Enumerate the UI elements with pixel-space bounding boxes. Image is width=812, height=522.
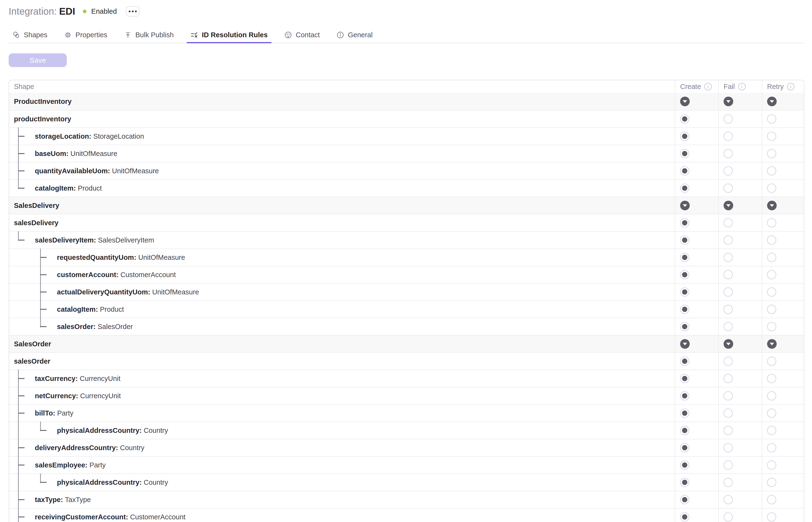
- create-radio-selected[interactable]: [680, 357, 689, 366]
- upload-icon: [124, 31, 132, 39]
- retry-radio-unselected[interactable]: [767, 408, 776, 418]
- tree-line: [18, 508, 19, 522]
- tab-id-resolution-rules[interactable]: ID Resolution Rules: [187, 27, 271, 43]
- create-radio-selected[interactable]: [680, 322, 689, 331]
- retry-info-icon[interactable]: i: [787, 83, 794, 91]
- retry-radio-unselected[interactable]: [767, 391, 776, 400]
- shape-field-row: quantityAvailableUom: UnitOfMeasure: [9, 162, 804, 179]
- fail-info-icon[interactable]: i: [738, 83, 746, 91]
- collapse-toggle-fail[interactable]: [724, 201, 733, 210]
- create-radio-selected[interactable]: [680, 374, 689, 383]
- fail-radio-unselected[interactable]: [724, 236, 733, 245]
- tab-contact[interactable]: Contact: [280, 27, 324, 43]
- tab-bulk-publish[interactable]: Bulk Publish: [120, 27, 178, 43]
- column-header-create: Create i: [675, 80, 718, 93]
- fail-radio-unselected[interactable]: [724, 443, 733, 452]
- fail-radio-unselected[interactable]: [724, 495, 733, 504]
- fail-radio-unselected[interactable]: [724, 270, 733, 279]
- fail-radio-unselected[interactable]: [724, 322, 733, 331]
- create-radio-selected[interactable]: [680, 443, 689, 452]
- create-radio-selected[interactable]: [680, 305, 689, 314]
- create-radio-selected[interactable]: [680, 287, 689, 297]
- fail-radio-unselected[interactable]: [724, 357, 733, 366]
- create-cell: [675, 387, 718, 404]
- group-label: SalesDelivery: [9, 202, 59, 209]
- field-type: UnitOfMeasure: [112, 167, 159, 175]
- tree-dash: [40, 257, 47, 258]
- retry-radio-unselected[interactable]: [767, 132, 776, 141]
- field-label: salesDelivery: [9, 219, 58, 227]
- create-radio-selected[interactable]: [680, 460, 689, 469]
- fail-radio-unselected[interactable]: [724, 114, 733, 123]
- save-button[interactable]: Save: [9, 53, 67, 67]
- retry-radio-unselected[interactable]: [767, 184, 776, 193]
- retry-radio-unselected[interactable]: [767, 460, 776, 469]
- create-radio-selected[interactable]: [680, 391, 689, 400]
- retry-radio-unselected[interactable]: [767, 322, 776, 331]
- fail-radio-unselected[interactable]: [724, 149, 733, 158]
- create-radio-selected[interactable]: [680, 478, 689, 487]
- collapse-toggle-create[interactable]: [680, 97, 690, 106]
- fail-radio-unselected[interactable]: [724, 478, 733, 487]
- create-radio-selected[interactable]: [680, 184, 689, 193]
- fail-radio-unselected[interactable]: [724, 374, 733, 383]
- tab-general[interactable]: General: [333, 27, 376, 43]
- retry-radio-unselected[interactable]: [767, 443, 776, 452]
- fail-radio-unselected[interactable]: [724, 287, 733, 297]
- retry-radio-unselected[interactable]: [767, 149, 776, 158]
- fail-radio-unselected[interactable]: [724, 513, 733, 522]
- retry-radio-unselected[interactable]: [767, 357, 776, 366]
- retry-radio-unselected[interactable]: [767, 114, 776, 123]
- fail-radio-unselected[interactable]: [724, 132, 733, 141]
- column-header-fail: Fail i: [718, 80, 762, 93]
- fail-radio-unselected[interactable]: [724, 184, 733, 193]
- retry-radio-unselected[interactable]: [767, 426, 776, 435]
- fail-radio-unselected[interactable]: [724, 460, 733, 469]
- create-radio-selected[interactable]: [680, 408, 689, 418]
- tab-shapes[interactable]: Shapes: [9, 27, 51, 43]
- create-radio-selected[interactable]: [680, 218, 689, 227]
- retry-radio-unselected[interactable]: [767, 166, 776, 176]
- create-radio-selected[interactable]: [680, 114, 689, 123]
- fail-cell: [718, 301, 762, 318]
- collapse-toggle-create[interactable]: [680, 201, 690, 210]
- retry-radio-unselected[interactable]: [767, 287, 776, 297]
- retry-radio-unselected[interactable]: [767, 513, 776, 522]
- fail-radio-unselected[interactable]: [724, 408, 733, 418]
- retry-radio-unselected[interactable]: [767, 218, 776, 227]
- more-menu-button[interactable]: [126, 6, 140, 17]
- create-radio-selected[interactable]: [680, 253, 689, 262]
- fail-radio-unselected[interactable]: [724, 253, 733, 262]
- create-info-icon[interactable]: i: [704, 83, 712, 91]
- shape-field-row: netCurrency: CurrencyUnit: [9, 387, 804, 404]
- retry-radio-unselected[interactable]: [767, 495, 776, 504]
- retry-radio-unselected[interactable]: [767, 374, 776, 383]
- id-resolution-rules-table: Shape Create i Fail i Retry i ProductInv…: [9, 80, 804, 522]
- collapse-toggle-fail[interactable]: [724, 97, 733, 106]
- create-radio-selected[interactable]: [680, 495, 689, 504]
- collapse-toggle-create[interactable]: [680, 339, 690, 349]
- retry-radio-unselected[interactable]: [767, 305, 776, 314]
- create-radio-selected[interactable]: [680, 149, 689, 158]
- create-radio-selected[interactable]: [680, 236, 689, 245]
- tab-properties[interactable]: Properties: [60, 27, 111, 43]
- collapse-toggle-retry[interactable]: [767, 201, 777, 210]
- retry-radio-unselected[interactable]: [767, 236, 776, 245]
- retry-radio-unselected[interactable]: [767, 270, 776, 279]
- fail-radio-unselected[interactable]: [724, 426, 733, 435]
- create-radio-selected[interactable]: [680, 513, 689, 522]
- collapse-toggle-retry[interactable]: [767, 339, 777, 349]
- fail-radio-unselected[interactable]: [724, 218, 733, 227]
- fail-radio-unselected[interactable]: [724, 166, 733, 176]
- create-radio-selected[interactable]: [680, 132, 689, 141]
- create-radio-selected[interactable]: [680, 426, 689, 435]
- tree-dash: [18, 499, 24, 500]
- collapse-toggle-retry[interactable]: [767, 97, 777, 106]
- fail-radio-unselected[interactable]: [724, 391, 733, 400]
- create-radio-selected[interactable]: [680, 166, 689, 176]
- collapse-toggle-fail[interactable]: [724, 339, 733, 349]
- retry-radio-unselected[interactable]: [767, 478, 776, 487]
- fail-radio-unselected[interactable]: [724, 305, 733, 314]
- retry-radio-unselected[interactable]: [767, 253, 776, 262]
- create-radio-selected[interactable]: [680, 270, 689, 279]
